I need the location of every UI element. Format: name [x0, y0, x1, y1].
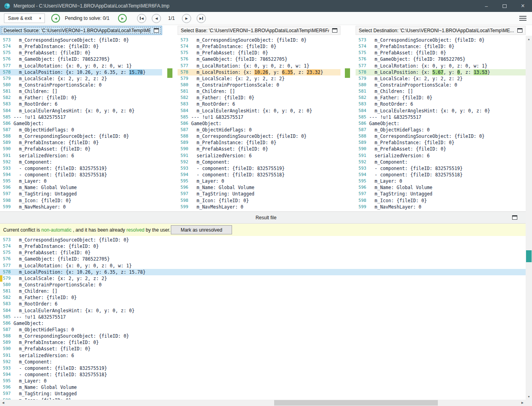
code-line-592[interactable]: 592 m_Component: [356, 159, 526, 165]
code-line-578[interactable]: 578 m_LocalPosition: {x: 10.26, y: 6.35,… [0, 269, 526, 275]
maximize-base-pane-icon[interactable] [332, 28, 337, 33]
code-line-576[interactable]: 576 m_GameObject: {fileID: 786522705} [178, 56, 340, 62]
code-line-578[interactable]: 578 m_LocalPosition: {x: 5.67, y: 0, z: … [356, 69, 526, 75]
code-line-583[interactable]: 583 m_RootOrder: 6 [0, 101, 162, 107]
code-line-591[interactable]: 591 serializedVersion: 6 [0, 153, 162, 159]
select-destination-button[interactable]: Select Destination: 'C:\Users\VERONI~1.B… [356, 26, 526, 35]
save-and-exit-button[interactable]: Save & exit ▾ [4, 14, 45, 23]
code-line-592[interactable]: 592 m_Component: [0, 159, 162, 165]
code-line-587[interactable]: 587 m_ObjectHideFlags: 0 [0, 127, 162, 133]
code-line-575[interactable]: 575 m_PrefabAsset: {fileID: 0} [0, 249, 526, 256]
code-line-576[interactable]: 576 m_GameObject: {fileID: 786522705} [356, 56, 526, 62]
code-line-593[interactable]: 593 - component: {fileID: 832575519} [0, 165, 162, 172]
code-line-598[interactable]: 598 m_Icon: {fileID: 0} [178, 197, 340, 204]
maximize-button[interactable] [495, 0, 514, 12]
code-line-574[interactable]: 574 m_PrefabInstance: {fileID: 0} [356, 43, 526, 50]
code-line-598[interactable]: 598 m_Icon: {fileID: 0} [356, 197, 526, 204]
code-line-585[interactable]: 585--- !u!1 &832575517 [178, 114, 340, 120]
code-line-583[interactable]: 583 m_RootOrder: 6 [178, 101, 340, 107]
previous-conflict-button[interactable]: ◀ [152, 14, 161, 23]
scroll-right-icon[interactable]: ▶ [519, 400, 526, 406]
code-line-593[interactable]: 593 - component: {fileID: 832575519} [0, 365, 526, 371]
code-line-588[interactable]: 588 m_CorrespondingSourceObject: {fileID… [178, 133, 340, 139]
code-line-586[interactable]: 586GameObject: [0, 320, 526, 327]
code-line-596[interactable]: 596 m_Name: Global Volume [178, 184, 340, 191]
deselect-source-button[interactable]: Deselect Source: 'C:\Users\VERONI~1.BRO\… [0, 26, 162, 35]
code-line-594[interactable]: 594 - component: {fileID: 832575518} [0, 371, 526, 378]
code-line-587[interactable]: 587 m_ObjectHideFlags: 0 [178, 127, 340, 133]
maximize-destination-pane-icon[interactable] [517, 28, 522, 33]
code-line-593[interactable]: 593 - component: {fileID: 832575519} [178, 165, 340, 172]
code-line-579[interactable]: 579 m_LocalScale: {x: 2, y: 2, z: 2} [0, 275, 526, 282]
code-line-577[interactable]: 577 m_LocalRotation: {x: 0, y: 0, z: 0, … [178, 63, 340, 69]
code-line-590[interactable]: 590 m_PrefabAsset: {fileID: 0} [356, 146, 526, 152]
code-line-596[interactable]: 596 m_Name: Global Volume [0, 184, 162, 191]
source-code-pane[interactable]: 573 m_CorrespondingSourceObject: {fileID… [0, 36, 162, 211]
code-line-575[interactable]: 575 m_PrefabAsset: {fileID: 0} [0, 50, 162, 56]
code-line-573[interactable]: 573 m_CorrespondingSourceObject: {fileID… [0, 37, 162, 43]
code-line-580[interactable]: 580 m_ConstrainProportionsScale: 0 [0, 282, 526, 288]
code-line-573[interactable]: 573 m_CorrespondingSourceObject: {fileID… [0, 237, 526, 243]
scroll-down-icon[interactable]: ▼ [526, 393, 532, 400]
code-line-573[interactable]: 573 m_CorrespondingSourceObject: {fileID… [356, 37, 526, 43]
code-line-589[interactable]: 589 m_PrefabInstance: {fileID: 0} [0, 339, 526, 346]
last-conflict-button[interactable]: ▶ [197, 14, 206, 23]
code-line-597[interactable]: 597 m_TagString: Untagged [178, 191, 340, 197]
code-line-596[interactable]: 596 m_Name: Global Volume [0, 384, 526, 391]
code-line-589[interactable]: 589 m_PrefabInstance: {fileID: 0} [178, 139, 340, 146]
code-line-590[interactable]: 590 m_PrefabAsset: {fileID: 0} [0, 346, 526, 352]
code-line-582[interactable]: 582 m_Father: {fileID: 0} [178, 95, 340, 101]
code-line-579[interactable]: 579 m_LocalScale: {x: 2, y: 2, z: 2} [356, 75, 526, 82]
next-pending-conflict-button[interactable]: ▶ [118, 14, 127, 23]
code-line-585[interactable]: 585--- !u!1 &832575517 [356, 114, 526, 120]
code-line-591[interactable]: 591 serializedVersion: 6 [356, 153, 526, 159]
code-line-575[interactable]: 575 m_PrefabAsset: {fileID: 0} [178, 50, 340, 56]
code-line-583[interactable]: 583 m_RootOrder: 6 [0, 301, 526, 307]
code-line-583[interactable]: 583 m_RootOrder: 6 [356, 101, 526, 107]
code-line-586[interactable]: 586GameObject: [0, 120, 162, 127]
code-line-595[interactable]: 595 m_Layer: 0 [0, 178, 162, 184]
code-line-592[interactable]: 592 m_Component: [0, 359, 526, 365]
code-line-573[interactable]: 573 m_CorrespondingSourceObject: {fileID… [178, 37, 340, 43]
select-base-button[interactable]: Select Base: 'C:\Users\VERONI~1.BRO\AppD… [178, 26, 340, 35]
scroll-up-icon[interactable]: ▲ [526, 36, 532, 42]
code-line-592[interactable]: 592 m_Component: [178, 159, 340, 165]
minimize-button[interactable]: – [477, 0, 495, 12]
code-line-599[interactable]: 599 m_NavMeshLayer: 0 [178, 204, 340, 210]
code-line-595[interactable]: 595 m_Layer: 0 [356, 178, 526, 184]
code-line-579[interactable]: 579 m_LocalScale: {x: 2, y: 2, z: 2} [0, 75, 162, 82]
code-line-577[interactable]: 577 m_LocalRotation: {x: 0, y: 0, z: 0, … [356, 63, 526, 69]
code-line-574[interactable]: 574 m_PrefabInstance: {fileID: 0} [0, 43, 162, 50]
code-line-581[interactable]: 581 m_Children: [] [178, 88, 340, 95]
result-code-pane[interactable]: 573 m_CorrespondingSourceObject: {fileID… [0, 236, 526, 400]
code-line-574[interactable]: 574 m_PrefabInstance: {fileID: 0} [178, 43, 340, 50]
code-line-587[interactable]: 587 m_ObjectHideFlags: 0 [0, 327, 526, 333]
code-line-578[interactable]: 578 m_LocalPosition: {x: 10.26, y: 6.35,… [0, 69, 162, 75]
code-line-599[interactable]: 599 m_NavMeshLayer: 0 [0, 204, 162, 210]
scroll-left-icon[interactable]: ◀ [0, 400, 6, 406]
code-line-585[interactable]: 585--- !u!1 &832575517 [0, 114, 162, 120]
code-line-584[interactable]: 584 m_LocalEulerAnglesHint: {x: 0, y: 0,… [178, 108, 340, 114]
previous-pending-conflict-button[interactable]: ◀ [51, 14, 60, 23]
close-button[interactable]: × [514, 0, 532, 12]
code-line-593[interactable]: 593 - component: {fileID: 832575519} [356, 165, 526, 172]
destination-code-pane[interactable]: 573 m_CorrespondingSourceObject: {fileID… [356, 36, 526, 211]
horizontal-scrollbar[interactable]: ◀ ▶ [0, 400, 526, 406]
code-line-588[interactable]: 588 m_CorrespondingSourceObject: {fileID… [356, 133, 526, 139]
code-line-574[interactable]: 574 m_PrefabInstance: {fileID: 0} [0, 243, 526, 249]
code-line-594[interactable]: 594 - component: {fileID: 832575518} [356, 172, 526, 178]
code-line-582[interactable]: 582 m_Father: {fileID: 0} [0, 294, 526, 301]
code-line-594[interactable]: 594 - component: {fileID: 832575518} [0, 172, 162, 178]
code-line-595[interactable]: 595 m_Layer: 0 [0, 378, 526, 384]
code-line-595[interactable]: 595 m_Layer: 0 [178, 178, 340, 184]
code-line-597[interactable]: 597 m_TagString: Untagged [0, 391, 526, 397]
code-line-581[interactable]: 581 m_Children: [] [0, 88, 162, 95]
code-line-586[interactable]: 586GameObject: [356, 120, 526, 127]
vertical-scrollbar-thumb[interactable] [526, 250, 532, 262]
mark-as-unresolved-button[interactable]: Mark as unresolved [171, 225, 232, 234]
horizontal-scrollbar-thumb[interactable] [274, 400, 438, 406]
menu-icon[interactable] [519, 16, 526, 21]
code-line-580[interactable]: 580 m_ConstrainProportionsScale: 0 [356, 82, 526, 88]
code-line-584[interactable]: 584 m_LocalEulerAnglesHint: {x: 0, y: 0,… [0, 108, 162, 114]
code-line-585[interactable]: 585--- !u!1 &832575517 [0, 314, 526, 320]
